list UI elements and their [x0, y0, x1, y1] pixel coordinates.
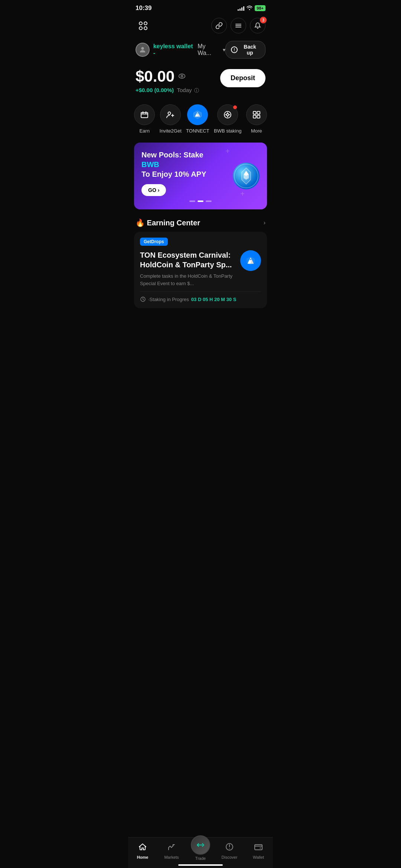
battery-icon: 98+ [255, 5, 265, 11]
invite-icon-circle [160, 104, 181, 125]
earn-icon-circle [134, 104, 155, 125]
action-invite2get[interactable]: Invite2Get [159, 104, 181, 134]
earn-label: Earn [139, 128, 149, 134]
header-actions: 3 [211, 18, 265, 33]
banner-dot-3 [206, 200, 212, 202]
svg-point-0 [141, 47, 144, 50]
wallet-selector[interactable]: keyless wallet - My Wa... ▾ [136, 43, 225, 57]
app-logo[interactable] [136, 18, 150, 33]
svg-rect-15 [253, 111, 256, 114]
balance-display: $0.00 +$0.00 (0.00%) Today ⓘ [136, 68, 199, 94]
bwb-icon-circle [217, 104, 238, 125]
earning-emoji: 🔥 [136, 219, 145, 227]
more-icon-circle [246, 104, 267, 125]
svg-point-14 [226, 114, 229, 116]
earning-card-ton-icon [240, 250, 261, 271]
action-bwb-staking[interactable]: BWB staking [214, 104, 241, 134]
banner-indicator-dots [141, 200, 260, 202]
decor-plus-1: + [225, 147, 230, 156]
decor-plus-2: + [240, 190, 245, 198]
balance-value: $0.00 [136, 68, 175, 85]
timer-minutes: 20 M [214, 297, 225, 302]
earning-card-content: TON Ecosystem Carnival: HoldCoin & TonPa… [140, 250, 261, 287]
banner-coin-graphic [231, 161, 261, 191]
status-icons: 98+ [238, 5, 265, 11]
banner-go-button[interactable]: GO › [141, 184, 166, 196]
svg-rect-17 [253, 115, 256, 118]
red-dot-indicator [233, 105, 237, 109]
wallet-name: keyless wallet - My Wa... ▾ [153, 43, 225, 56]
banner-title-line1: New Pools: Stake [141, 151, 203, 159]
earning-title-text: Earning Center [147, 219, 200, 227]
wifi-icon [247, 5, 252, 11]
svg-rect-4 [143, 111, 143, 114]
earning-card-text: TON Ecosystem Carnival: HoldCoin & TonPa… [140, 250, 236, 287]
wallet-row: keyless wallet - My Wa... ▾ ! Back up [128, 38, 273, 60]
earning-card-title: TON Ecosystem Carnival: HoldCoin & TonPa… [140, 250, 236, 270]
eye-icon[interactable] [178, 73, 186, 81]
backup-label: Back up [240, 44, 260, 56]
svg-point-1 [179, 74, 185, 78]
banner-highlight: BWB [141, 160, 159, 169]
info-icon: ⓘ [194, 88, 199, 93]
earning-card[interactable]: GetDrops TON Ecosystem Carnival: HoldCoi… [134, 232, 267, 308]
staking-progress-row: ·Staking in Progres 03 D 05 H 20 M 30 S [140, 291, 261, 302]
tonnect-icon-circle [187, 104, 208, 125]
link-button[interactable] [211, 18, 227, 33]
banner-dot-1 [189, 200, 195, 202]
banner-text: New Pools: Stake BWB To Enjoy 10% APY GO… [141, 150, 210, 196]
invite2get-label: Invite2Get [159, 128, 181, 134]
balance-change-label: Today [177, 87, 192, 93]
action-tonnect[interactable]: TONNECT [186, 104, 209, 134]
earning-center-title: 🔥 Earning Center [136, 218, 200, 227]
wallet-chevron-icon: ▾ [223, 47, 225, 53]
balance-change-row: +$0.00 (0.00%) Today ⓘ [136, 87, 199, 94]
svg-rect-16 [257, 111, 260, 114]
staking-progress-label: ·Staking in Progres [148, 297, 189, 302]
balance-amount-row: $0.00 [136, 68, 199, 85]
wallet-name-gray: My Wa... [198, 43, 221, 56]
deposit-button[interactable]: Deposit [220, 69, 265, 87]
timer-days: 03 D [191, 297, 201, 302]
earning-card-desc: Complete tasks in the HoldCoin & TonPart… [140, 273, 236, 287]
wallet-name-green: keyless wallet - [153, 43, 196, 56]
balance-section: $0.00 +$0.00 (0.00%) Today ⓘ Deposit [128, 60, 273, 97]
more-label: More [251, 128, 262, 134]
wallet-avatar [136, 43, 150, 57]
balance-change-value: +$0.00 (0.00%) [136, 87, 174, 93]
banner-title-line2: To Enjoy 10% APY [141, 170, 206, 178]
svg-rect-18 [257, 115, 260, 118]
action-earn[interactable]: Earn [134, 104, 155, 134]
svg-point-2 [181, 75, 183, 77]
banner-dot-2 [198, 200, 203, 202]
action-more[interactable]: More [246, 104, 267, 134]
tonnect-label: TONNECT [186, 128, 209, 134]
backup-warning-icon: ! [231, 46, 238, 53]
svg-rect-5 [146, 111, 146, 114]
getdrops-badge: GetDrops [140, 238, 168, 246]
timer-seconds: 30 S [226, 297, 237, 302]
notification-button[interactable]: 3 [250, 18, 265, 33]
earning-center-chevron-icon: › [264, 219, 265, 226]
bwb-staking-label: BWB staking [214, 128, 241, 134]
promotional-banner[interactable]: + + New Pools: Stake BWB To Enjoy 10% AP… [134, 143, 267, 209]
earning-center-header[interactable]: 🔥 Earning Center › [128, 212, 273, 232]
status-bar: 10:39 98+ [128, 0, 273, 15]
svg-rect-3 [141, 112, 148, 118]
header-nav: 3 [128, 15, 273, 38]
quick-actions: Earn Invite2Get TONNECT [128, 97, 273, 137]
staking-timer: 03 D 05 H 20 M 30 S [191, 297, 236, 302]
signal-icon [238, 6, 244, 11]
svg-point-6 [168, 112, 171, 115]
timer-icon [140, 296, 146, 302]
status-time: 10:39 [136, 4, 151, 12]
banner-title: New Pools: Stake BWB To Enjoy 10% APY [141, 150, 210, 179]
notification-count: 3 [260, 17, 267, 23]
menu-button[interactable] [231, 18, 246, 33]
timer-hours: 05 H [203, 297, 213, 302]
backup-button[interactable]: ! Back up [225, 41, 265, 59]
